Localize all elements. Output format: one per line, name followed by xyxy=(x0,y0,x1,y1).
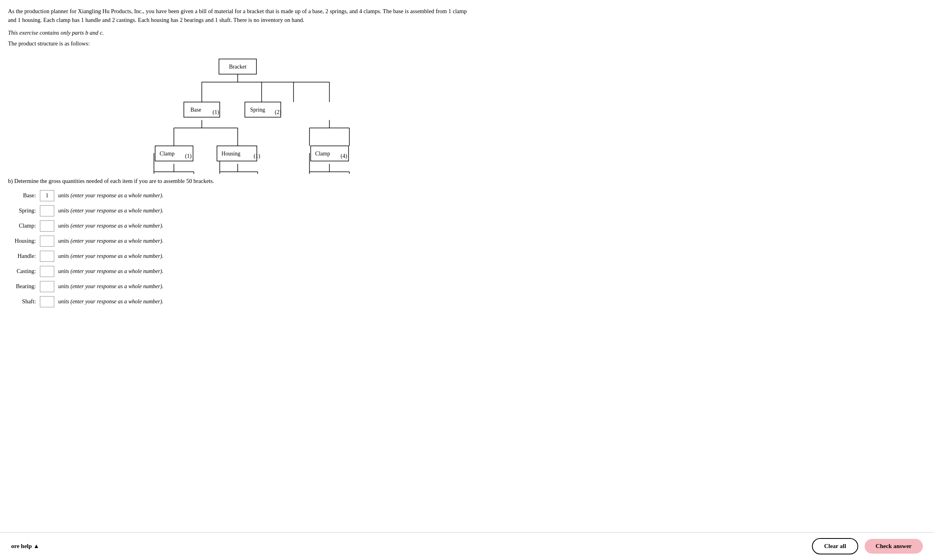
hint-clamp: units (enter your response as a whole nu… xyxy=(58,223,164,229)
input-casting[interactable] xyxy=(40,266,54,277)
input-shaft[interactable] xyxy=(40,296,54,307)
input-handle[interactable] xyxy=(40,251,54,262)
label-base: Base: xyxy=(8,192,36,199)
bracket-node: Bracket xyxy=(229,64,246,70)
tree-svg: Bracket Base (1) Spring (2) Clamp (1) Ho… xyxy=(114,54,361,174)
footer-right: Clear all Check answer xyxy=(812,538,923,554)
hint-base: units (enter your response as a whole nu… xyxy=(58,193,164,199)
input-housing[interactable] xyxy=(40,236,54,247)
label-housing: Housing: xyxy=(8,238,36,244)
label-shaft: Shaft: xyxy=(8,298,36,305)
form-row-handle: Handle:units (enter your response as a w… xyxy=(8,251,467,262)
input-bearing[interactable] xyxy=(40,281,54,292)
problem-italic-text: This exercise contains only parts b and … xyxy=(8,29,467,36)
problem-main-text: As the production planner for Xiangling … xyxy=(8,7,467,25)
form-row-clamp: Clamp:units (enter your response as a wh… xyxy=(8,220,467,232)
check-answer-button[interactable]: Check answer xyxy=(865,539,923,554)
label-clamp: Clamp: xyxy=(8,222,36,229)
more-help-label: ore help xyxy=(11,543,32,550)
hint-handle: units (enter your response as a whole nu… xyxy=(58,253,164,259)
more-help-button[interactable]: ore help ▲ xyxy=(11,543,39,550)
hint-shaft: units (enter your response as a whole nu… xyxy=(58,299,164,305)
svg-text:(1): (1) xyxy=(185,153,192,159)
question-b-section: b) Determine the gross quantities needed… xyxy=(8,178,467,307)
clear-all-button[interactable]: Clear all xyxy=(812,538,858,554)
form-row-spring: Spring:units (enter your response as a w… xyxy=(8,205,467,216)
svg-text:Clamp: Clamp xyxy=(315,151,330,157)
svg-text:Spring: Spring xyxy=(250,107,265,113)
hint-spring: units (enter your response as a whole nu… xyxy=(58,208,164,214)
input-clamp[interactable] xyxy=(40,220,54,232)
svg-text:(4): (4) xyxy=(341,153,347,159)
input-spring[interactable] xyxy=(40,205,54,216)
svg-text:Base: Base xyxy=(190,107,201,113)
problem-structure-text: The product structure is as follows: xyxy=(8,40,467,47)
footer: ore help ▲ Clear all Check answer xyxy=(0,532,934,560)
label-bearing: Bearing: xyxy=(8,283,36,290)
form-row-housing: Housing:units (enter your response as a … xyxy=(8,236,467,247)
svg-text:(1): (1) xyxy=(254,153,260,159)
svg-text:Clamp: Clamp xyxy=(160,151,174,157)
hint-housing: units (enter your response as a whole nu… xyxy=(58,238,164,244)
label-casting: Casting: xyxy=(8,268,36,275)
label-spring: Spring: xyxy=(8,207,36,214)
label-handle: Handle: xyxy=(8,253,36,259)
svg-text:(2): (2) xyxy=(275,109,282,116)
hint-casting: units (enter your response as a whole nu… xyxy=(58,268,164,275)
form-row-bearing: Bearing:units (enter your response as a … xyxy=(8,281,467,292)
question-b-label: b) Determine the gross quantities needed… xyxy=(8,178,467,185)
form-row-shaft: Shaft:units (enter your response as a wh… xyxy=(8,296,467,307)
more-help-arrow: ▲ xyxy=(33,543,39,550)
svg-text:Housing: Housing xyxy=(221,151,240,157)
form-row-base: Base:units (enter your response as a who… xyxy=(8,190,467,201)
form-row-casting: Casting:units (enter your response as a … xyxy=(8,266,467,277)
tree-diagram: Bracket Base (1) Spring (2) Clamp (1) Ho… xyxy=(8,54,467,174)
svg-text:(1): (1) xyxy=(213,109,219,116)
hint-bearing: units (enter your response as a whole nu… xyxy=(58,283,164,290)
input-base[interactable] xyxy=(40,190,54,201)
